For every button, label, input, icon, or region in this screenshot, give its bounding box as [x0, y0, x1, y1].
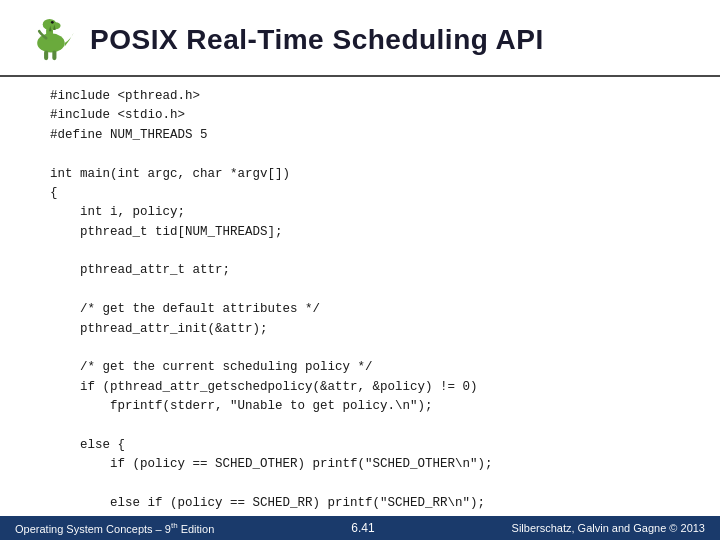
footer-copyright: Silberschatz, Galvin and Gagne © 2013	[512, 522, 705, 534]
svg-point-4	[51, 21, 54, 24]
code-content: #include <pthread.h> #include <stdio.h> …	[0, 77, 720, 540]
dino-icon	[20, 12, 75, 67]
svg-rect-6	[52, 51, 56, 61]
slide: POSIX Real-Time Scheduling API #include …	[0, 0, 720, 540]
slide-header: POSIX Real-Time Scheduling API	[0, 0, 720, 77]
slide-title: POSIX Real-Time Scheduling API	[90, 24, 544, 56]
footer-left: Operating System Concepts – 9th Edition	[15, 521, 214, 535]
footer-edition-text: Operating System Concepts – 9th Edition	[15, 523, 214, 535]
slide-footer: Operating System Concepts – 9th Edition …	[0, 516, 720, 540]
svg-rect-5	[44, 51, 48, 61]
code-block: #include <pthread.h> #include <stdio.h> …	[50, 87, 670, 540]
footer-page-number: 6.41	[351, 521, 374, 535]
